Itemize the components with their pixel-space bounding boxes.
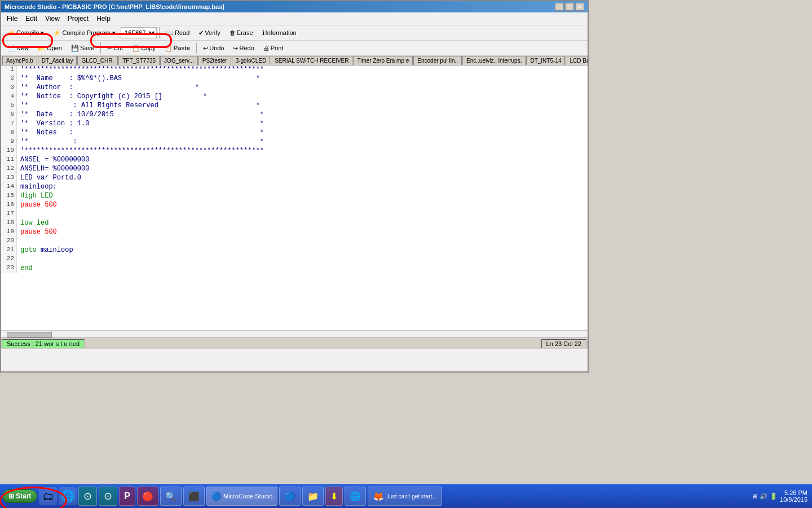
tab-10[interactable]: Enc..ueiviz.. interrups. <box>462 56 526 65</box>
tab-5[interactable]: PS2tester <box>198 56 231 65</box>
line-code[interactable]: pause 500 <box>17 228 57 237</box>
line-code[interactable]: ANSEL = %00000000 <box>17 156 89 165</box>
editor-line: 17 <box>1 210 588 219</box>
copy-button[interactable]: 📋 Copy <box>128 43 160 54</box>
undo-button[interactable]: ↩ Undo <box>199 43 228 54</box>
line-code[interactable]: '* Name : $%^&*().BAS * <box>17 75 260 84</box>
line-code[interactable]: mainloop: <box>17 183 57 192</box>
open-button[interactable]: 📂 Open <box>34 43 66 54</box>
terminal-icon: ⬛ <box>188 491 200 502</box>
device-select[interactable]: 16F867 <box>121 27 157 38</box>
taskbar: ⊞ Start 🗂 🌐 ⊙ ⊙ P 🔴 🔍 ⬛ 🔵 MicroCode Stud… <box>0 484 812 508</box>
save-icon: 💾 <box>71 45 79 52</box>
line-code[interactable]: '* Date : 10/9/2015 * <box>17 111 264 120</box>
tab-8[interactable]: Timer Zero Era mp e <box>353 56 413 65</box>
menu-edit[interactable]: Edit <box>22 14 41 24</box>
editor-line: 10'*************************************… <box>1 147 588 156</box>
editor-line: 16pause 500 <box>1 201 588 210</box>
tabs-bar: AsyncPo.bDT_Ascii.layGLCD_CHR.TFT_ST7735… <box>1 56 588 65</box>
line-code[interactable] <box>17 255 20 264</box>
taskbar-firefox[interactable]: 🦊 Just can't get start... <box>368 487 442 506</box>
line-code[interactable] <box>17 210 20 219</box>
line-code[interactable]: pause 500 <box>17 201 57 210</box>
line-code[interactable] <box>17 237 20 246</box>
print-button[interactable]: 🖨 Print <box>259 43 288 53</box>
tab-2[interactable]: GLCD_CHR. <box>77 56 118 65</box>
tab-1[interactable]: DT_Ascii.lay <box>38 56 77 65</box>
line-code[interactable]: High LED <box>17 192 53 201</box>
taskbar-picbasic[interactable]: P <box>119 487 135 506</box>
scroll-thumb[interactable] <box>7 332 52 338</box>
menu-view[interactable]: View <box>42 14 63 24</box>
taskbar-arduino1[interactable]: ⊙ <box>78 487 97 506</box>
cut-button[interactable]: ✂ Cut <box>103 43 127 54</box>
taskbar-terminal[interactable]: ⬛ <box>183 487 205 506</box>
line-code[interactable]: '* Notes : * <box>17 129 264 138</box>
taskbar-vpn[interactable]: 🌐 <box>345 487 366 506</box>
menu-help[interactable]: Help <box>93 14 114 24</box>
taskbar-microchip[interactable]: 🔵 <box>279 487 301 506</box>
menu-project[interactable]: Project <box>64 14 92 24</box>
line-number: 15 <box>1 192 17 201</box>
verify-button[interactable]: ✔ Verify <box>195 28 224 38</box>
print-icon: 🖨 <box>263 45 270 51</box>
editor-line: 14mainloop: <box>1 183 588 192</box>
taskbar-search[interactable]: 🔍 <box>160 487 182 506</box>
tab-6[interactable]: 3-goloCLED <box>232 56 270 65</box>
taskbar-arduino2[interactable]: ⊙ <box>99 487 117 506</box>
close-button[interactable]: ✕ <box>575 3 584 11</box>
line-code[interactable]: '* Notice : Copyright (c) 2015 [] * <box>17 93 207 102</box>
line-code[interactable]: '* : All Rights Reserved * <box>17 102 260 111</box>
tab-11[interactable]: DT_INT5-14 <box>526 56 565 65</box>
compile-program-button[interactable]: ⚡ Compile Program ▾ <box>49 28 120 38</box>
editor-line: 8'* Notes : * <box>1 129 588 138</box>
new-button[interactable]: 📄 New <box>3 43 33 54</box>
tab-9[interactable]: Encoder pul lin.. <box>413 56 462 65</box>
paste-button[interactable]: 📋 Paste <box>161 43 194 54</box>
start-button[interactable]: ⊞ Start <box>2 489 37 503</box>
line-code[interactable]: low led <box>17 219 48 228</box>
taskbar-microcode[interactable]: 🔵 MicroCode Studio <box>206 487 277 506</box>
line-code[interactable]: '* Version : 1.0 * <box>17 120 264 129</box>
line-code[interactable]: '***************************************… <box>17 65 264 75</box>
horizontal-scrollbar[interactable] <box>1 331 588 338</box>
tab-12[interactable]: LCD Backbsk <box>566 56 588 65</box>
battery-icon: 🔋 <box>770 493 778 500</box>
line-code[interactable]: ANSELH= %00000000 <box>17 165 89 174</box>
lightning-icon: ⚡ <box>7 29 15 37</box>
line-code[interactable]: '* Author : * <box>17 84 199 93</box>
save-button[interactable]: 💾 Save <box>67 43 98 54</box>
cursor-position: Ln 23 Col 22 <box>541 339 586 348</box>
device-dropdown[interactable]: 16F867 <box>121 27 157 38</box>
taskbar-download[interactable]: ⬇ <box>325 487 343 506</box>
editor-line: 22 <box>1 255 588 264</box>
tab-7[interactable]: SERIAL SWITCH RECEIVER <box>271 56 352 65</box>
tab-4[interactable]: JOG_serv... <box>160 56 198 65</box>
read-icon: 📖 <box>166 29 174 37</box>
read-button[interactable]: 📖 Read <box>162 28 193 38</box>
line-code[interactable]: '* : * <box>17 138 264 147</box>
editor-area[interactable]: 1'**************************************… <box>1 65 588 331</box>
information-button[interactable]: ℹ Information <box>258 28 301 38</box>
editor-line: 11ANSEL = %00000000 <box>1 156 588 165</box>
line-number: 19 <box>1 228 17 237</box>
minimize-button[interactable]: ─ <box>555 3 564 11</box>
line-number: 3 <box>1 84 17 93</box>
line-code[interactable]: '***************************************… <box>17 147 264 156</box>
taskbar-quicklaunch-2[interactable]: 🌐 <box>59 487 77 505</box>
line-number: 14 <box>1 183 17 192</box>
line-code[interactable]: LED var Portd.0 <box>17 174 81 183</box>
tab-3[interactable]: TFT_ST7735 <box>118 56 160 65</box>
line-number: 22 <box>1 255 17 264</box>
taskbar-quicklaunch-1[interactable]: 🗂 <box>39 487 57 505</box>
taskbar-red-app[interactable]: 🔴 <box>137 487 158 506</box>
line-code[interactable]: end <box>17 264 33 273</box>
tab-0[interactable]: AsyncPo.b <box>2 56 37 65</box>
erase-button[interactable]: 🗑 Erase <box>226 28 257 38</box>
redo-button[interactable]: ↪ Redo <box>229 43 258 54</box>
maximize-button[interactable]: □ <box>565 3 574 11</box>
line-code[interactable]: goto mainloop <box>17 246 73 255</box>
menu-file[interactable]: File <box>3 14 21 24</box>
taskbar-explorer[interactable]: 📁 <box>302 487 324 506</box>
compile-button[interactable]: ⚡ Compile ▾ <box>3 28 48 38</box>
